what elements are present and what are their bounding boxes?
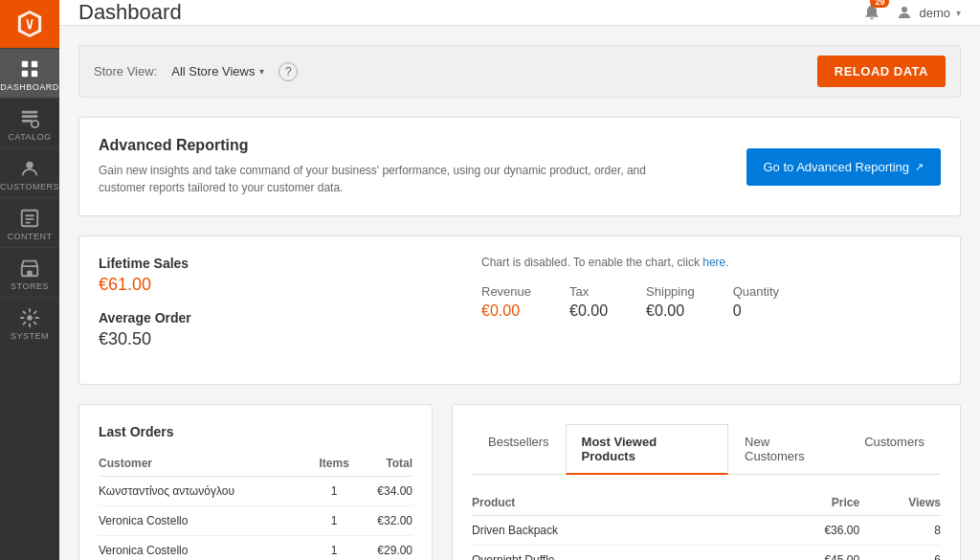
product-tabs: BestsellersMost Viewed ProductsNew Custo… bbox=[472, 424, 941, 475]
metric-quantity-label: Quantity bbox=[733, 284, 779, 299]
table-row: Overnight Duffle €45.00 6 bbox=[472, 546, 941, 561]
product-views: 6 bbox=[859, 546, 941, 561]
orders-col-items: Items bbox=[311, 451, 358, 477]
order-customer: Veronica Costello bbox=[99, 506, 311, 536]
order-total: €32.00 bbox=[358, 506, 412, 536]
ar-title: Advanced Reporting bbox=[99, 137, 673, 154]
user-menu[interactable]: demo ▾ bbox=[896, 4, 961, 21]
sidebar-item-dashboard[interactable]: Dashboard bbox=[0, 48, 59, 98]
metric-quantity: Quantity 0 bbox=[733, 284, 779, 320]
svg-rect-14 bbox=[27, 271, 33, 277]
metric-revenue: Revenue €0.00 bbox=[481, 284, 531, 320]
chart-enable-link[interactable]: here bbox=[702, 256, 725, 269]
product-name: Overnight Duffle bbox=[472, 546, 771, 561]
tab-bestsellers[interactable]: Bestsellers bbox=[472, 424, 566, 475]
metric-tax: Tax €0.00 bbox=[569, 284, 608, 320]
svg-rect-0 bbox=[22, 61, 28, 67]
order-customer: Κωνσταντίνος αντωνόγλου bbox=[99, 477, 311, 506]
order-total: €29.00 bbox=[358, 536, 412, 561]
tab-customers[interactable]: Customers bbox=[848, 424, 941, 475]
order-items: 1 bbox=[311, 536, 358, 561]
header-right: 29 demo ▾ bbox=[862, 2, 961, 24]
tab-most-viewed[interactable]: Most Viewed Products bbox=[566, 424, 728, 475]
help-icon[interactable]: ? bbox=[278, 62, 298, 81]
metric-shipping-value: €0.00 bbox=[646, 302, 695, 320]
advanced-reporting-section: Advanced Reporting Gain new insights and… bbox=[78, 117, 961, 216]
logo[interactable] bbox=[0, 0, 59, 48]
svg-rect-2 bbox=[22, 71, 28, 77]
notification-badge: 29 bbox=[870, 0, 889, 8]
stats-left: Lifetime Sales €61.00 Average Order €30.… bbox=[99, 256, 462, 365]
reload-data-button[interactable]: Reload Data bbox=[817, 56, 946, 87]
table-row: Κωνσταντίνος αντωνόγλου 1 €34.00 bbox=[99, 477, 412, 506]
svg-rect-4 bbox=[22, 111, 38, 114]
average-order-block: Average Order €30.50 bbox=[99, 310, 462, 349]
sidebar-item-customers[interactable]: Customers bbox=[0, 147, 59, 197]
user-name: demo bbox=[919, 6, 950, 20]
table-row: Veronica Costello 1 €32.00 bbox=[99, 506, 412, 536]
svg-point-16 bbox=[902, 7, 907, 12]
ar-text: Advanced Reporting Gain new insights and… bbox=[99, 137, 673, 196]
chart-disabled-text: Chart is disabled. To enable the chart, … bbox=[481, 256, 941, 269]
sidebar: Dashboard Catalog Customers Content bbox=[0, 0, 59, 560]
svg-point-8 bbox=[26, 162, 33, 168]
store-view-select[interactable]: All Store Views ▾ bbox=[171, 64, 264, 78]
last-orders-panel: Last Orders Customer Items Total Κωνσταν… bbox=[78, 404, 433, 560]
store-view-label: Store View: bbox=[94, 64, 157, 78]
metric-revenue-label: Revenue bbox=[481, 284, 531, 299]
sidebar-item-content[interactable]: Content bbox=[0, 197, 59, 247]
table-row: Veronica Costello 1 €29.00 bbox=[99, 536, 412, 561]
store-view-chevron-icon: ▾ bbox=[259, 66, 264, 77]
metric-revenue-value: €0.00 bbox=[481, 302, 531, 320]
notification-bell[interactable]: 29 bbox=[862, 2, 881, 24]
most-viewed-content: BestsellersMost Viewed ProductsNew Custo… bbox=[452, 404, 961, 560]
main-content: Dashboard 29 demo ▾ Store View: bbox=[59, 0, 980, 560]
average-order-label: Average Order bbox=[99, 310, 462, 325]
metric-tax-value: €0.00 bbox=[569, 302, 608, 320]
order-customer: Veronica Costello bbox=[99, 536, 311, 561]
bottom-panels: Last Orders Customer Items Total Κωνσταν… bbox=[78, 404, 961, 560]
tab-new-customers[interactable]: New Customers bbox=[728, 424, 848, 475]
left-panel: Last Orders Customer Items Total Κωνσταν… bbox=[78, 404, 433, 560]
page-title: Dashboard bbox=[78, 0, 182, 25]
ar-description: Gain new insights and take command of yo… bbox=[99, 162, 673, 196]
metric-quantity-value: 0 bbox=[733, 302, 779, 320]
svg-point-15 bbox=[27, 315, 33, 321]
products-col-views: Views bbox=[859, 490, 941, 516]
products-col-product: Product bbox=[472, 490, 771, 516]
sidebar-item-system[interactable]: System bbox=[0, 297, 59, 347]
svg-rect-12 bbox=[25, 222, 31, 224]
orders-col-total: Total bbox=[358, 451, 412, 477]
content-area: Store View: All Store Views ▾ ? Reload D… bbox=[59, 26, 980, 560]
table-row: Driven Backpack €36.00 8 bbox=[472, 516, 941, 546]
lifetime-sales-label: Lifetime Sales bbox=[99, 256, 462, 271]
sidebar-item-stores[interactable]: Stores bbox=[0, 247, 59, 297]
orders-col-customer: Customer bbox=[99, 451, 311, 477]
top-header: Dashboard 29 demo ▾ bbox=[59, 0, 980, 26]
svg-rect-10 bbox=[25, 214, 33, 216]
order-total: €34.00 bbox=[358, 477, 412, 506]
svg-rect-11 bbox=[25, 218, 33, 220]
svg-point-7 bbox=[32, 121, 38, 127]
last-orders-title: Last Orders bbox=[99, 424, 412, 439]
metric-shipping: Shipping €0.00 bbox=[646, 284, 695, 320]
products-col-price: Price bbox=[771, 490, 859, 516]
store-view-value: All Store Views bbox=[171, 64, 255, 78]
product-name: Driven Backpack bbox=[472, 516, 771, 546]
order-items: 1 bbox=[311, 477, 358, 506]
average-order-value: €30.50 bbox=[99, 329, 462, 349]
svg-rect-5 bbox=[22, 115, 38, 118]
go-to-advanced-reporting-button[interactable]: Go to Advanced Reporting ↗ bbox=[746, 148, 942, 186]
store-view-bar: Store View: All Store Views ▾ ? Reload D… bbox=[78, 45, 961, 98]
metric-shipping-label: Shipping bbox=[646, 284, 695, 299]
stats-right: Chart is disabled. To enable the chart, … bbox=[481, 256, 941, 320]
metric-tax-label: Tax bbox=[569, 284, 608, 299]
order-items: 1 bbox=[311, 506, 358, 536]
lifetime-sales-block: Lifetime Sales €61.00 bbox=[99, 256, 462, 295]
sidebar-item-catalog[interactable]: Catalog bbox=[0, 98, 59, 147]
most-viewed-panel: BestsellersMost Viewed ProductsNew Custo… bbox=[452, 404, 961, 560]
svg-rect-6 bbox=[22, 120, 33, 123]
product-views: 8 bbox=[859, 516, 941, 546]
stats-section: Lifetime Sales €61.00 Average Order €30.… bbox=[78, 235, 961, 385]
svg-rect-1 bbox=[32, 61, 37, 67]
